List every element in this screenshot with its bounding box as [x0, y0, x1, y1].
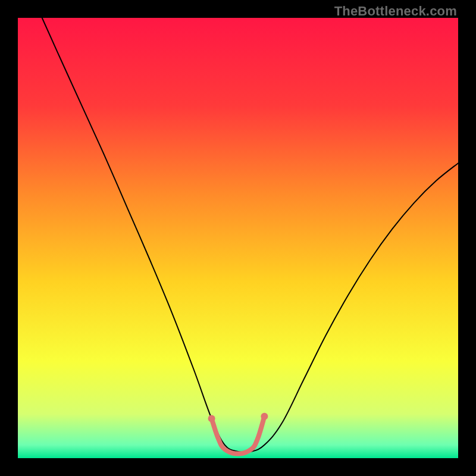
valley-accent [212, 416, 265, 454]
plot-area [18, 18, 458, 458]
bottleneck-curve [42, 18, 458, 452]
chart-frame: TheBottleneck.com [0, 0, 476, 476]
valley-accent-endpoint-right-icon [261, 413, 268, 420]
watermark-text: TheBottleneck.com [334, 4, 457, 19]
valley-accent-endpoint-left-icon [208, 415, 215, 422]
curve-layer [18, 18, 458, 458]
